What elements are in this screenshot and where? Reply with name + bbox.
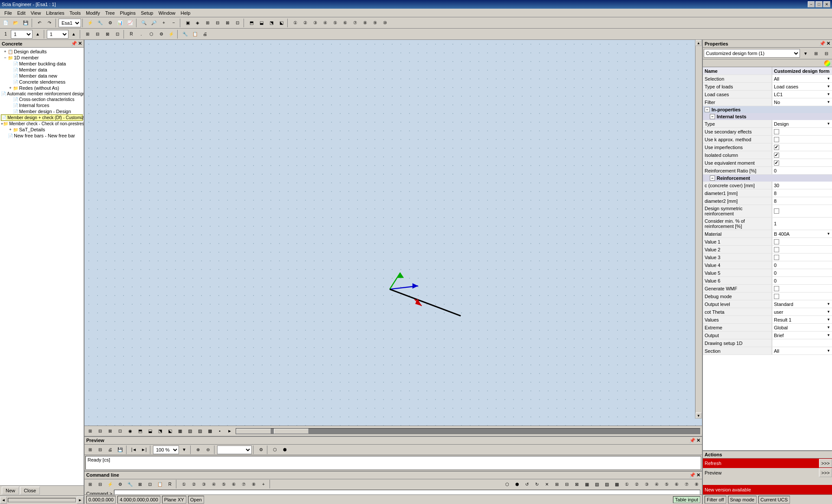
cmd-right-btn9[interactable]: ▦ (582, 479, 592, 489)
menu-tools[interactable]: Tools (67, 10, 84, 16)
snap-mode-cell[interactable]: Snap mode (728, 496, 757, 504)
prop-value[interactable]: B 400A▼ (772, 230, 832, 237)
tb-btn12[interactable]: ⊠ (223, 18, 232, 28)
t2-combo2[interactable]: 1 (47, 30, 68, 39)
project-combo[interactable]: Esa1 (58, 19, 81, 27)
viewport-scrollbar-v[interactable]: ▲ ▼ (695, 40, 702, 419)
tb-btn5[interactable]: 📈 (125, 18, 135, 28)
prop-value[interactable]: No▼ (772, 98, 832, 106)
vt-btn10[interactable]: ▦ (175, 426, 185, 436)
checkbox-val1[interactable] (774, 239, 779, 244)
close-panel-btn[interactable]: ✕ (78, 41, 82, 46)
cmd-btn4[interactable]: ⚙ (115, 479, 125, 489)
tb-btn8[interactable]: ▣ (183, 18, 192, 28)
cmd-right-btn5[interactable]: ✕ (542, 479, 552, 489)
t2-up-btn[interactable]: ▲ (33, 29, 42, 39)
refresh-btn[interactable]: >>> (819, 459, 832, 468)
zoom-out-btn[interactable]: − (169, 18, 179, 28)
tb-btn15[interactable]: ⬓ (257, 18, 266, 28)
scroll-up-btn[interactable]: ▲ (696, 40, 702, 46)
vt-btn3[interactable]: ⊠ (105, 426, 115, 436)
cmd-btn10[interactable]: ① (179, 479, 188, 489)
cmd-right-btn10[interactable]: ▧ (592, 479, 601, 489)
tree-item-redes[interactable]: + 📁 Redes (without As) (1, 85, 83, 91)
tb-btn11[interactable]: ⊟ (213, 18, 222, 28)
tree-item-internal-forces[interactable]: 📄 Internal forces (1, 102, 83, 108)
scroll-down-btn[interactable]: ▼ (696, 413, 702, 419)
t2-up2-btn[interactable]: ▲ (69, 29, 78, 39)
tree-item-member-data[interactable]: 📄 Member data (1, 67, 83, 73)
nav-scrollbar[interactable] (8, 498, 76, 502)
zoom-in-btn[interactable]: + (159, 18, 169, 28)
tree-item-cross-section[interactable]: 📄 Cross-section characteristics (1, 97, 83, 102)
preview-tb-btn6[interactable]: ►| (139, 445, 149, 455)
prop-value[interactable]: 0 (772, 269, 832, 276)
checkbox-val3[interactable] (774, 255, 779, 260)
cmd-btn3[interactable]: ⚡ (105, 479, 115, 489)
filter-off-cell[interactable]: Filter off (705, 496, 726, 504)
preview-tb-btn3[interactable]: 🖨 (105, 445, 115, 455)
prop-value[interactable]: 1 (772, 218, 832, 230)
checkbox-use-secondary[interactable] (774, 129, 779, 134)
cmd-right-btn12[interactable]: ▩ (612, 479, 621, 489)
prop-value[interactable]: ✓ (772, 159, 832, 166)
cmd-btn14[interactable]: ⑤ (219, 479, 228, 489)
tree-item-design-defaults[interactable]: + 📋 Design defaults (1, 49, 83, 55)
tree-item-member-buckling[interactable]: 📄 Member buckling data (1, 61, 83, 67)
cmd-btn6[interactable]: ⊠ (135, 479, 145, 489)
t2-btn5[interactable]: ⊡ (113, 29, 122, 39)
prop-value[interactable] (772, 246, 832, 253)
tb-btn17[interactable]: ⬕ (276, 18, 286, 28)
preview-combo2[interactable] (217, 445, 252, 454)
preview-tb-btn4[interactable]: 💾 (115, 445, 125, 455)
vt-btn2[interactable]: ⊟ (95, 426, 105, 436)
collapse-btn[interactable]: − (710, 114, 715, 119)
vt-btn13[interactable]: ▩ (205, 426, 214, 436)
preview-close-btn[interactable]: ✕ (696, 438, 700, 443)
cmd-btn9[interactable]: R (165, 479, 175, 489)
prop-value[interactable]: ✓ (772, 143, 832, 151)
undo-btn[interactable]: ↶ (35, 18, 44, 28)
menu-modify[interactable]: Modify (83, 10, 102, 16)
current-ucs-cell[interactable]: Current UCS (758, 496, 790, 504)
vt-btn1[interactable]: ⊞ (85, 426, 95, 436)
preview-tb-btn10[interactable]: ⬡ (270, 445, 280, 455)
prop-value[interactable]: Standard▼ (772, 300, 832, 308)
tb-btn2[interactable]: 🔧 (95, 18, 105, 28)
form-select[interactable]: Customized design form (1) (704, 49, 800, 58)
cmd-right-btn11[interactable]: ▨ (602, 479, 611, 489)
prop-value[interactable]: All▼ (772, 347, 832, 354)
t2-btn10[interactable]: ⚡ (166, 29, 176, 39)
prop-value[interactable]: Design▼ (772, 120, 832, 127)
tb-btn18[interactable]: ① (290, 18, 300, 28)
vt-btn6[interactable]: ⬒ (135, 426, 145, 436)
cmd-right-btn18[interactable]: ⑥ (672, 479, 681, 489)
preview-tb-btn1[interactable]: ⊞ (85, 445, 95, 455)
menu-view[interactable]: View (28, 10, 44, 16)
tree-item-member-design-check[interactable]: 📄 Member design + check (Df) - Customiz (1, 114, 83, 121)
tb-btn6[interactable]: 🔍 (139, 18, 149, 28)
cmd-btn8[interactable]: 📋 (155, 479, 165, 489)
concrete-tree[interactable]: + 📋 Design defaults − 📁 1D member 📄 Memb… (0, 48, 84, 485)
preview-tb-btn8[interactable]: ⊖ (203, 445, 213, 455)
cmd-btn17[interactable]: ⑧ (249, 479, 258, 489)
cmd-right-btn14[interactable]: ② (632, 479, 641, 489)
tb-btn23[interactable]: ⑥ (340, 18, 350, 28)
cmd-btn18[interactable]: + (259, 479, 268, 489)
nav-next[interactable]: ► (77, 497, 84, 504)
t2-btn13[interactable]: 🖨 (200, 29, 210, 39)
tb-btn4[interactable]: 📊 (115, 18, 125, 28)
menu-file[interactable]: File (2, 10, 15, 16)
tb-btn19[interactable]: ② (300, 18, 310, 28)
t2-btn8[interactable]: ⬡ (146, 29, 156, 39)
prop-value[interactable]: 30 (772, 182, 832, 189)
new-btn[interactable]: 📄 (1, 18, 10, 28)
prop-value[interactable]: Load cases▼ (772, 83, 832, 90)
props-close-btn[interactable]: ✕ (826, 41, 830, 46)
tb-btn16[interactable]: ⬔ (266, 18, 276, 28)
cmd-close-btn[interactable]: ✕ (696, 472, 700, 478)
checkbox-design-sym[interactable] (774, 208, 779, 214)
close-button[interactable]: Close (20, 487, 40, 494)
nav-prev[interactable]: ◄ (0, 497, 7, 504)
collapse-btn[interactable]: − (705, 107, 710, 112)
